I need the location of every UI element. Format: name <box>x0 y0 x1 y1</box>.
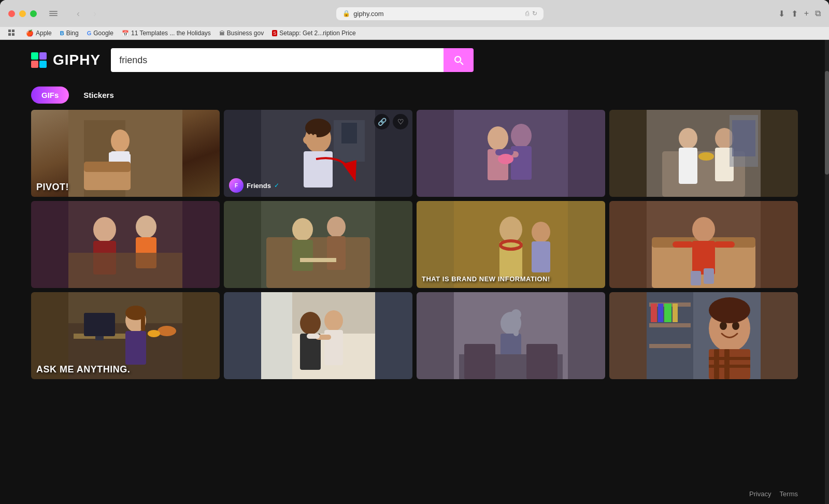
bookmark-business[interactable]: 🏛 Business gov <box>219 30 264 37</box>
svg-point-52 <box>292 218 313 241</box>
svg-point-18 <box>305 119 331 137</box>
giphy-logo[interactable]: GIPHY <box>31 52 101 68</box>
gif-item-4[interactable] <box>609 110 798 197</box>
svg-rect-49 <box>68 253 182 288</box>
svg-rect-51 <box>266 237 370 288</box>
search-bar <box>111 48 474 72</box>
svg-rect-87 <box>261 292 292 379</box>
svg-point-88 <box>300 312 321 335</box>
tab-grid-icon[interactable]: ⧉ <box>815 9 821 18</box>
svg-rect-111 <box>664 304 671 322</box>
refresh-icon[interactable]: ↻ <box>532 10 537 17</box>
bookmark-apple[interactable]: 🍎 Apple <box>26 30 52 37</box>
bookmark-google[interactable]: G Google <box>87 30 113 37</box>
toolbar-icons: ⬇ ⬆ + ⧉ <box>778 9 821 19</box>
back-button[interactable]: ‹ <box>71 6 85 21</box>
svg-point-28 <box>488 126 508 150</box>
svg-rect-0 <box>8 30 11 32</box>
gif-item-9[interactable]: ASK ME ANYTHING. <box>31 292 220 379</box>
traffic-lights <box>8 10 37 17</box>
gif-action-icons-2: 🔗 ♡ <box>374 114 408 129</box>
svg-rect-2 <box>8 33 11 36</box>
terms-link[interactable]: Terms <box>780 490 798 498</box>
svg-rect-102 <box>526 344 558 379</box>
lock-icon: 🔒 <box>342 10 350 17</box>
gif-item-1[interactable]: PIVOT! <box>31 110 220 197</box>
svg-rect-71 <box>691 271 701 285</box>
gif-scene-11 <box>417 292 605 379</box>
svg-rect-15 <box>84 162 131 172</box>
search-input[interactable] <box>111 48 444 72</box>
sidebar-toggle-icon[interactable] <box>49 10 58 17</box>
giphy-header: GIPHY <box>0 40 829 80</box>
gif-item-12[interactable] <box>609 292 798 379</box>
svg-rect-110 <box>658 304 663 322</box>
svg-rect-118 <box>709 365 750 368</box>
svg-point-34 <box>498 154 513 164</box>
bookmark-setapp[interactable]: S Setapp: Get 2...ription Price <box>272 30 355 37</box>
filter-tabs: GIFs Stickers <box>0 80 829 110</box>
svg-point-54 <box>327 217 346 237</box>
gif-item-10[interactable] <box>224 292 412 379</box>
maximize-button[interactable] <box>30 10 37 17</box>
svg-point-47 <box>136 215 156 238</box>
search-icon <box>453 54 464 66</box>
svg-point-82 <box>158 326 176 336</box>
svg-rect-77 <box>95 336 104 340</box>
download-icon[interactable]: ⬇ <box>778 9 785 19</box>
channel-avatar: F <box>229 178 244 193</box>
templates-favicon: 📅 <box>122 30 129 37</box>
bookmark-business-label: Business gov <box>227 30 264 37</box>
verified-badge: ✓ <box>274 182 279 189</box>
forward-button[interactable]: › <box>88 6 102 21</box>
copy-link-icon[interactable]: 🔗 <box>374 114 390 129</box>
search-button[interactable] <box>444 48 474 72</box>
svg-rect-101 <box>464 344 495 379</box>
tab-stickers[interactable]: Stickers <box>73 87 124 104</box>
bookmark-templates-label: 11 Templates ... the Holidays <box>131 30 211 37</box>
tab-gifs[interactable]: GIFs <box>31 87 69 104</box>
svg-point-90 <box>324 310 343 331</box>
browser-content: GIPHY GIFs Stickers <box>0 40 829 504</box>
gif-item-8[interactable] <box>609 201 798 288</box>
svg-rect-116 <box>724 349 730 379</box>
svg-rect-26 <box>341 123 357 143</box>
bookmark-templates[interactable]: 📅 11 Templates ... the Holidays <box>122 30 211 37</box>
gif-item-7[interactable]: THAT IS BRAND NEW INFORMATION! <box>417 201 605 288</box>
svg-rect-117 <box>709 357 750 360</box>
minimize-button[interactable] <box>19 10 26 17</box>
svg-rect-107 <box>649 323 691 327</box>
gif-item-2[interactable]: 🔗 ♡ F Friends ✓ <box>224 110 412 197</box>
grid-icon[interactable] <box>8 30 16 37</box>
close-button[interactable] <box>8 10 15 17</box>
share-toolbar-icon[interactable]: ⬆ <box>791 9 798 19</box>
gif-grid: PIVOT! <box>0 110 829 379</box>
bookmark-bing-label: Bing <box>66 30 79 37</box>
svg-rect-72 <box>704 268 714 284</box>
bookmark-setapp-label: Setapp: Get 2...ription Price <box>279 30 355 37</box>
url-text: giphy.com <box>353 10 383 18</box>
gif-item-5[interactable] <box>31 201 220 288</box>
google-favicon: G <box>87 30 92 36</box>
gif-scene-8 <box>609 201 798 288</box>
privacy-link[interactable]: Privacy <box>749 490 771 498</box>
svg-point-62 <box>532 222 550 242</box>
svg-rect-112 <box>673 304 678 322</box>
svg-point-67 <box>692 217 715 242</box>
scrollbar-track <box>825 40 829 504</box>
svg-point-45 <box>93 217 116 242</box>
bing-favicon: B <box>60 30 64 36</box>
gif-item-3[interactable] <box>417 110 605 197</box>
bookmarks-bar: 🍎 Apple B Bing G Google 📅 11 Templates .… <box>0 27 829 40</box>
svg-rect-1 <box>12 30 15 32</box>
url-bar[interactable]: 🔒 giphy.com ⎙ ↻ <box>336 7 544 20</box>
gif-item-6[interactable] <box>224 201 412 288</box>
heart-icon[interactable]: ♡ <box>393 114 408 129</box>
svg-rect-79 <box>125 331 146 365</box>
scrollbar-thumb[interactable] <box>825 71 829 175</box>
svg-rect-115 <box>714 349 719 379</box>
svg-rect-81 <box>141 315 145 331</box>
bookmark-bing[interactable]: B Bing <box>60 30 79 37</box>
new-tab-icon[interactable]: + <box>804 9 809 18</box>
gif-item-11[interactable] <box>417 292 605 379</box>
